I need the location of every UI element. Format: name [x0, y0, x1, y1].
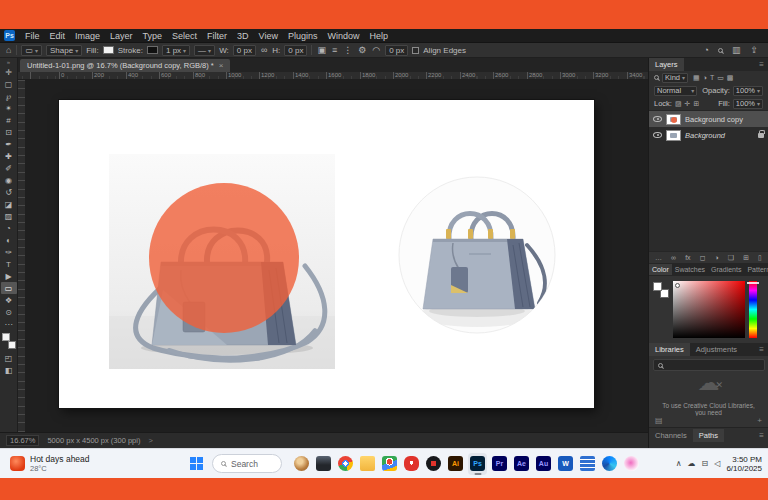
taskbar-app-icon[interactable]: Ps	[468, 453, 487, 475]
layers-footer-icon[interactable]: fx	[685, 254, 690, 261]
tool-button[interactable]: ✒	[1, 138, 17, 150]
tool-button[interactable]: ↺	[1, 186, 17, 198]
taskbar-app-icon[interactable]	[336, 453, 355, 475]
taskbar-app-icon[interactable]: Au	[534, 453, 553, 475]
collapse-toolbar-icon[interactable]: »	[7, 58, 10, 66]
fill-field[interactable]: 100% ▾	[733, 99, 763, 109]
panel-menu-icon[interactable]: ≡	[759, 60, 768, 69]
path-alignment-icon[interactable]: ≡	[331, 45, 338, 55]
align-edges-checkbox[interactable]	[412, 47, 419, 54]
visibility-eye-icon[interactable]	[653, 132, 662, 138]
saturation-brightness-field[interactable]	[673, 281, 745, 338]
close-icon[interactable]: ×	[219, 61, 224, 70]
menu-item[interactable]: View	[254, 31, 283, 41]
taskbar-app-icon[interactable]	[578, 453, 597, 475]
foreground-background-swatches[interactable]	[2, 333, 16, 349]
lock-option-icon[interactable]: ✛	[685, 100, 691, 108]
tool-button[interactable]: ▭	[1, 282, 17, 294]
background-color-swatch[interactable]	[8, 341, 16, 349]
tool-button[interactable]: ❖	[1, 294, 17, 306]
layer-filter-icon[interactable]: ▩	[727, 74, 734, 82]
color-panel-tab[interactable]: Color	[649, 264, 672, 275]
document-tab[interactable]: Untitled-1-01.png @ 16.7% (Background co…	[20, 59, 230, 72]
taskbar-app-icon[interactable]	[358, 453, 377, 475]
path-operations-icon[interactable]: ▣	[316, 45, 327, 55]
tool-button[interactable]: ⊡	[1, 126, 17, 138]
tray-icon[interactable]: ☁	[688, 459, 696, 468]
stroke-swatch[interactable]	[147, 46, 158, 54]
taskbar-search[interactable]: Search	[212, 454, 282, 473]
screen-mode-icon[interactable]: ◧	[1, 364, 17, 376]
tool-button[interactable]: ◪	[1, 198, 17, 210]
menu-item[interactable]: Window	[323, 31, 365, 41]
taskbar-app-icon[interactable]	[402, 453, 421, 475]
lock-option-icon[interactable]: ⊞	[693, 100, 699, 108]
taskbar-app-icon[interactable]	[292, 453, 311, 475]
layers-footer-icon[interactable]: ◻	[700, 254, 706, 262]
tool-button[interactable]: ◔	[1, 222, 17, 234]
panel-menu-icon[interactable]: ≡	[759, 431, 768, 440]
libraries-panel-tab[interactable]: Libraries	[649, 343, 690, 356]
layer-thumbnail[interactable]	[666, 114, 681, 125]
taskbar-app-icon[interactable]	[380, 453, 399, 475]
menu-item[interactable]: Image	[70, 31, 105, 41]
layer-filter-icon[interactable]: ▭	[717, 74, 724, 82]
menu-item[interactable]: File	[20, 31, 45, 41]
layers-footer-icon[interactable]: ⊞	[743, 254, 749, 262]
path-arrangement-icon[interactable]: ⋮	[342, 45, 353, 55]
tool-button[interactable]: ⊙	[1, 306, 17, 318]
tool-mode-select[interactable]: Shape ▾	[46, 45, 82, 56]
hue-slider[interactable]	[749, 281, 757, 338]
layers-footer-icon[interactable]: ▯	[758, 254, 762, 262]
layer-row-background-copy[interactable]: Background copy	[649, 111, 768, 127]
layer-filter-icon[interactable]: T	[710, 74, 714, 82]
color-panel-tab[interactable]: Patterns	[744, 264, 768, 275]
fill-swatch[interactable]	[103, 46, 114, 54]
shape-width-field[interactable]: 0 px	[233, 45, 256, 56]
menu-item[interactable]: Edit	[45, 31, 71, 41]
tool-button[interactable]: ▨	[1, 210, 17, 222]
start-button[interactable]	[190, 457, 204, 471]
layer-filter-icon[interactable]: ▦	[693, 74, 700, 82]
workspace-switcher-icon[interactable]: ▥	[731, 45, 742, 55]
tool-button[interactable]: ◐	[1, 234, 17, 246]
tool-button[interactable]: ✚	[1, 150, 17, 162]
menu-item[interactable]: Filter	[202, 31, 232, 41]
tool-button[interactable]: #	[1, 114, 17, 126]
status-expand-icon[interactable]: >	[148, 436, 152, 445]
taskbar-app-icon[interactable]: Pr	[490, 453, 509, 475]
stroke-width-field[interactable]: 1 px ▾	[162, 45, 190, 56]
menu-item[interactable]: 3D	[232, 31, 254, 41]
tray-icon[interactable]: ⊟	[702, 459, 709, 468]
menu-item[interactable]: Plugins	[283, 31, 323, 41]
menu-item[interactable]: Select	[167, 31, 202, 41]
layers-footer-icon[interactable]: …	[655, 254, 662, 261]
panel-menu-icon[interactable]: ≡	[759, 345, 768, 354]
libraries-sync-icon[interactable]: ▤	[655, 416, 663, 425]
layer-filter-kind-select[interactable]: Kind ▾	[662, 73, 688, 83]
layers-footer-icon[interactable]: ◑	[715, 254, 719, 261]
tab-layers[interactable]: Layers	[649, 58, 684, 71]
tray-icon[interactable]: ∧	[676, 459, 682, 468]
canvas[interactable]	[59, 100, 594, 408]
tool-button[interactable]: ℘	[1, 90, 17, 102]
search-icon[interactable]	[718, 48, 723, 53]
tool-button[interactable]: ▢	[1, 78, 17, 90]
layer-thumbnail[interactable]	[666, 130, 681, 141]
corner-radius-field[interactable]: 0 px	[385, 45, 408, 56]
menu-item[interactable]: Type	[138, 31, 168, 41]
layers-footer-icon[interactable]: ∞	[671, 254, 676, 261]
foreground-background-swatches[interactable]	[653, 282, 669, 298]
menu-item[interactable]: Help	[365, 31, 394, 41]
color-panel-tab[interactable]: Swatches	[672, 264, 708, 275]
taskbar-app-icon[interactable]	[314, 453, 333, 475]
tool-button[interactable]: ✴	[1, 102, 17, 114]
dock-bottom-tab[interactable]: Paths	[693, 429, 724, 442]
taskbar-clock[interactable]: 3:50 PM 6/10/2025	[726, 455, 762, 473]
tool-button[interactable]: ✑	[1, 246, 17, 258]
taskbar-app-icon[interactable]: Ai	[446, 453, 465, 475]
foreground-color-swatch[interactable]	[2, 333, 10, 341]
blend-mode-select[interactable]: Normal ▾	[654, 86, 697, 96]
visibility-eye-icon[interactable]	[653, 116, 662, 122]
color-marker[interactable]	[675, 283, 680, 288]
